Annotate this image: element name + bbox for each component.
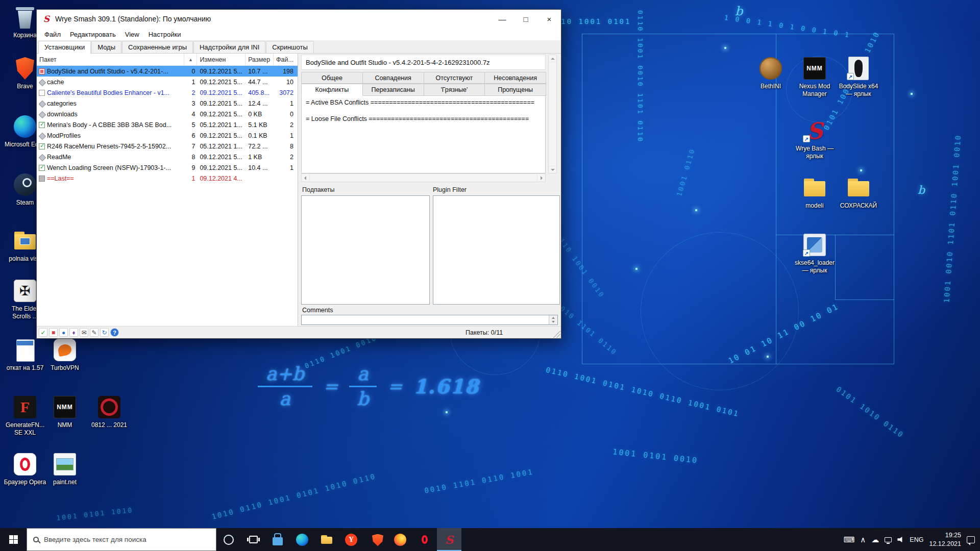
golden-ratio-formula: a+b a = a b = 1.618 (258, 363, 479, 410)
installer-row[interactable]: R246 RaceMenu Presets-7945-2-5-15902... … (37, 141, 298, 152)
desktop-icon-nexus-mod-manager[interactable]: NMM Nexus Mod Manager (793, 56, 836, 98)
plugin-filter-list[interactable] (433, 195, 560, 305)
desktop-icon-wrye-bash[interactable]: S Wrye Bash — ярлык (793, 118, 836, 160)
installer-row[interactable]: Merina's Body - A CBBE 3BB 3BA SE Bod...… (37, 119, 298, 130)
letter-b: b (918, 184, 925, 196)
taskbar-wrye-smash-icon[interactable]: S (437, 528, 461, 551)
details-tab[interactable]: Несовпадения (484, 72, 546, 84)
taskbar-edge-icon[interactable] (290, 528, 314, 551)
binary-stream: 1001 0101 1010 (56, 506, 134, 522)
search-placeholder: Введите здесь текст для поиска (44, 536, 146, 543)
scroll-down-arrow[interactable] (549, 166, 556, 173)
desktop-icon-otkat[interactable]: откат на 1.57 (2, 338, 48, 372)
taskbar-search[interactable]: Введите здесь текст для поиска (27, 528, 216, 551)
title-bar[interactable]: S Wrye Smash 309.1 (Standalone): По умол… (37, 10, 561, 28)
menu-item[interactable]: Редактировать (65, 31, 120, 38)
installer-row[interactable]: Caliente's Beautiful Bodies Enhancer - v… (37, 87, 298, 98)
main-tab[interactable]: Скриншоты (266, 41, 313, 53)
details-tab[interactable]: 'Грязные' (424, 84, 485, 96)
column-header[interactable]: Размер (246, 54, 274, 65)
onedrive-icon[interactable]: ☁ (871, 535, 879, 544)
cortana-button[interactable] (216, 528, 241, 551)
close-button[interactable]: × (537, 10, 561, 28)
installer-row[interactable]: cache 1 09.12.2021 5... 44.7 ... 10 (37, 77, 298, 87)
purple-diamond-icon[interactable]: ♦ (69, 328, 78, 337)
menu-item[interactable]: Файл (40, 31, 65, 38)
desktop-icon-generatefnis[interactable]: F GenerateFN... SE XXL (2, 395, 48, 437)
minimize-button[interactable]: — (491, 10, 514, 28)
main-tab[interactable]: Установщики (38, 41, 91, 54)
details-tab[interactable]: Конфликты (301, 84, 363, 96)
column-header[interactable]: Фай... (274, 54, 298, 65)
taskbar-store-icon[interactable] (265, 528, 290, 551)
details-tab[interactable]: Пропущены (484, 84, 546, 96)
details-tab[interactable]: Совпадения (362, 72, 424, 84)
menu-item[interactable]: View (120, 31, 144, 38)
main-tab[interactable]: Надстройки для INI (193, 41, 265, 53)
desktop-icon-sohraskay[interactable]: СОХРАСКАЙ (837, 176, 880, 210)
desktop-icon-bethini[interactable]: BethINI (749, 56, 792, 90)
subpackages-list[interactable] (301, 195, 430, 305)
desktop-icon-nmm[interactable]: NMM NMM (42, 395, 88, 429)
glow-dot (724, 47, 726, 49)
desktop-icon-turbovpn[interactable]: TurboVPN (42, 338, 88, 372)
green-check-icon[interactable]: ✓ (39, 328, 47, 337)
main-tab[interactable]: Моды (91, 41, 121, 53)
main-tab[interactable]: Сохраненные игры (122, 41, 193, 53)
volume-icon[interactable] (897, 536, 904, 543)
taskbar-clock[interactable]: 19:25 12.12.2021 (929, 531, 961, 548)
desktop-icon-modeli[interactable]: modeli (793, 176, 836, 210)
scroll-right-arrow[interactable] (537, 174, 545, 182)
blue-dot-icon[interactable]: ● (59, 328, 68, 337)
desktop-icon-paintnet[interactable]: paint.net (42, 452, 88, 486)
network-icon[interactable] (885, 537, 892, 542)
red-square-icon[interactable]: ■ (49, 328, 58, 337)
touch-keyboard-icon[interactable]: ⌨ (844, 535, 855, 544)
maximize-button[interactable]: □ (514, 10, 537, 28)
glow-dot (767, 356, 769, 358)
details-tab[interactable]: Общее (301, 72, 363, 84)
taskbar-firefox-icon[interactable] (388, 528, 412, 551)
installer-row[interactable]: BodySlide and Outfit Studio - v5.4.2-201… (37, 66, 298, 77)
desktop-icon-bodyslide-x64[interactable]: BodySlide x64 — ярлык (837, 56, 880, 98)
refresh-icon[interactable]: ↻ (100, 328, 109, 337)
scroll-up-arrow[interactable] (549, 55, 556, 62)
desktop-icon-0812-2021[interactable]: 0812 ... 2021 (86, 395, 132, 429)
details-tab[interactable]: Отсутствуют (424, 72, 485, 84)
details-tabs-bottom: КонфликтыПерезаписаны'Грязные'Пропущены (301, 84, 546, 96)
column-header[interactable]: ▲ (184, 54, 197, 65)
menu-item[interactable]: Настройки (144, 31, 186, 38)
task-view-button[interactable] (241, 528, 265, 551)
details-tab[interactable]: Перезаписаны (362, 84, 424, 96)
glow-dot (911, 93, 913, 95)
clock-time: 19:25 (929, 531, 961, 539)
scroll-left-arrow[interactable] (302, 174, 310, 182)
language-indicator[interactable]: ENG (910, 536, 923, 543)
column-header[interactable]: Изменен (197, 54, 246, 65)
start-button[interactable] (0, 528, 27, 551)
horizontal-scrollbar[interactable] (301, 173, 546, 182)
installer-row[interactable]: categories 3 09.12.2021 5... 12.4 ... 1 (37, 98, 298, 109)
help-icon[interactable]: ? (110, 328, 119, 337)
envelope-icon[interactable]: ✉ (80, 328, 88, 337)
desktop-icon-skse64-loader[interactable]: skse64_loader — ярлык (793, 233, 836, 274)
chevron-up-icon[interactable]: ∧ (860, 535, 866, 544)
package-state-icon (39, 176, 45, 182)
action-center-icon[interactable] (967, 536, 975, 543)
edit-icon[interactable]: ✎ (90, 328, 99, 337)
installer-row[interactable]: Wench Loading Screen (NSFW)-17903-1-... … (37, 162, 298, 173)
taskbar-opera-icon[interactable]: O (412, 528, 437, 551)
desktop-icon-opera[interactable]: O Браузер Opera (2, 452, 48, 486)
comments-spinner[interactable] (549, 315, 557, 324)
installer-row[interactable]: downloads 4 09.12.2021 5... 0 KB 0 (37, 109, 298, 119)
installer-row[interactable]: ==Last== 1 09.12.2021 4... (37, 173, 298, 184)
resize-grip[interactable] (553, 331, 560, 338)
installer-row[interactable]: ModProfiles 6 09.12.2021 5... 0.1 KB 1 (37, 130, 298, 141)
installer-row[interactable]: ReadMe 8 09.12.2021 5... 1 KB 2 (37, 152, 298, 162)
taskbar-yandex-icon[interactable]: Y (339, 528, 363, 551)
vertical-scrollbar[interactable] (548, 55, 557, 173)
comments-input[interactable] (301, 315, 558, 325)
taskbar-brave-icon[interactable] (363, 528, 388, 551)
taskbar-explorer-icon[interactable] (314, 528, 339, 551)
column-header[interactable]: Пакет (37, 54, 184, 65)
